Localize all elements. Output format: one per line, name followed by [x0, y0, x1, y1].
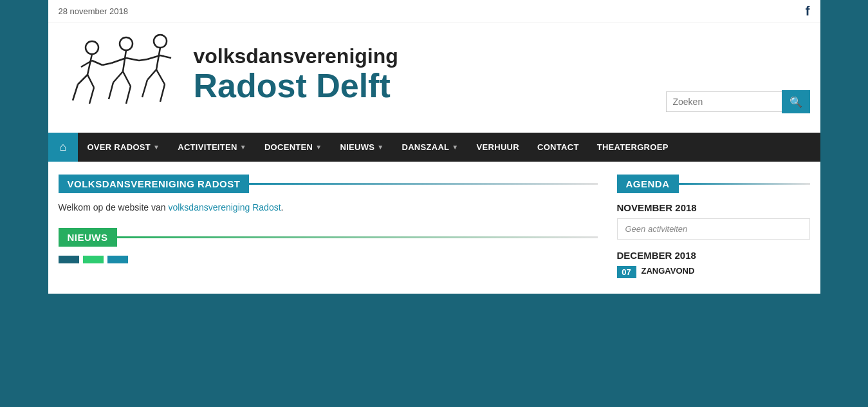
- nieuws-section-title: NIEUWS: [59, 228, 117, 247]
- header: volksdansvereniging Radost Delft 🔍: [48, 23, 820, 133]
- nieuws-btn-3[interactable]: [107, 256, 128, 263]
- nav-item-theatergroep[interactable]: THEATERGROEP: [588, 133, 678, 162]
- nieuws-section-header: NIEUWS: [59, 228, 598, 247]
- event-date: 07: [617, 266, 636, 278]
- main-section-title: VOLKSDANSVERENIGING RADOST: [59, 175, 250, 193]
- nav-home-button[interactable]: ⌂: [48, 133, 78, 162]
- november-title: NOVEMBER 2018: [617, 202, 810, 213]
- svg-point-8: [120, 37, 133, 50]
- nieuws-buttons: [59, 256, 598, 263]
- nieuws-btn-1[interactable]: [59, 256, 79, 263]
- site-title-bottom: Radost Delft: [194, 68, 398, 104]
- svg-line-17: [156, 48, 160, 70]
- content-right: AGENDA NOVEMBER 2018 Geen activiteiten D…: [617, 175, 810, 281]
- site-title: volksdansvereniging Radost Delft: [194, 45, 398, 104]
- nav-item-activiteiten[interactable]: ACTIVITEITEN ▼: [169, 133, 255, 162]
- nav-item-docenten[interactable]: DOCENTEN ▼: [255, 133, 331, 162]
- nav-item-verhuur[interactable]: VERHUUR: [468, 133, 528, 162]
- main-content: VOLKSDANSVERENIGING RADOST Welkom op de …: [48, 162, 820, 294]
- home-icon: ⌂: [60, 140, 67, 154]
- agenda-title: AGENDA: [617, 175, 679, 193]
- svg-point-0: [86, 41, 98, 54]
- search-input[interactable]: [666, 91, 782, 112]
- svg-line-6: [73, 84, 78, 100]
- chevron-down-icon: ▼: [153, 144, 160, 151]
- top-bar: 28 november 2018 f: [48, 0, 820, 23]
- chevron-down-icon: ▼: [377, 144, 383, 151]
- svg-line-13: [126, 58, 139, 61]
- svg-line-9: [123, 50, 126, 71]
- nieuws-divider: [117, 236, 598, 238]
- svg-line-14: [109, 82, 113, 99]
- welcome-paragraph: Welkom op de website van volksdansvereni…: [59, 202, 598, 213]
- svg-point-16: [154, 35, 167, 48]
- svg-line-2: [78, 75, 88, 84]
- radost-link[interactable]: volksdansvereniging Radost: [168, 202, 281, 213]
- facebook-link[interactable]: f: [806, 4, 810, 19]
- december-title: DECEMBER 2018: [617, 250, 810, 261]
- svg-line-24: [102, 63, 111, 65]
- agenda-header: AGENDA: [617, 175, 810, 193]
- svg-line-7: [89, 88, 94, 104]
- site-title-top: volksdansvereniging: [194, 45, 398, 68]
- chevron-down-icon: ▼: [452, 144, 458, 151]
- svg-line-19: [156, 70, 165, 84]
- no-activities-label: Geen activiteiten: [617, 218, 810, 240]
- nieuws-btn-2[interactable]: [83, 256, 104, 263]
- agenda-divider: [679, 183, 810, 185]
- svg-line-18: [147, 70, 156, 80]
- svg-line-23: [160, 84, 165, 102]
- chevron-down-icon: ▼: [315, 144, 322, 151]
- svg-line-25: [139, 59, 147, 61]
- agenda-event-zangavond: 07 ZANGAVOND: [617, 266, 810, 278]
- content-left: VOLKSDANSVERENIGING RADOST Welkom op de …: [59, 175, 617, 281]
- svg-line-3: [88, 75, 94, 88]
- section-divider: [249, 183, 597, 185]
- search-button[interactable]: 🔍: [782, 90, 810, 113]
- logo-image: [59, 30, 187, 120]
- svg-line-5: [92, 61, 102, 65]
- nav-item-danszaal[interactable]: DANSZAAL ▼: [392, 133, 467, 162]
- svg-line-21: [160, 55, 171, 58]
- svg-line-22: [142, 80, 147, 97]
- nav-item-contact[interactable]: CONTACT: [528, 133, 588, 162]
- svg-line-10: [113, 71, 123, 82]
- event-name: ZANGAVOND: [642, 266, 695, 276]
- date-label: 28 november 2018: [59, 6, 128, 16]
- nav-item-over-radost[interactable]: OVER RADOST ▼: [78, 133, 169, 162]
- svg-line-11: [123, 71, 131, 86]
- svg-line-1: [88, 54, 92, 75]
- svg-line-15: [126, 86, 131, 104]
- chevron-down-icon: ▼: [240, 144, 246, 151]
- nav-item-nieuws[interactable]: NIEUWS ▼: [331, 133, 392, 162]
- main-section-header: VOLKSDANSVERENIGING RADOST: [59, 175, 598, 193]
- logo-area: volksdansvereniging Radost Delft: [59, 30, 398, 120]
- navigation: ⌂ OVER RADOST ▼ ACTIVITEITEN ▼ DOCENTEN …: [48, 133, 820, 162]
- search-area: 🔍: [666, 90, 810, 113]
